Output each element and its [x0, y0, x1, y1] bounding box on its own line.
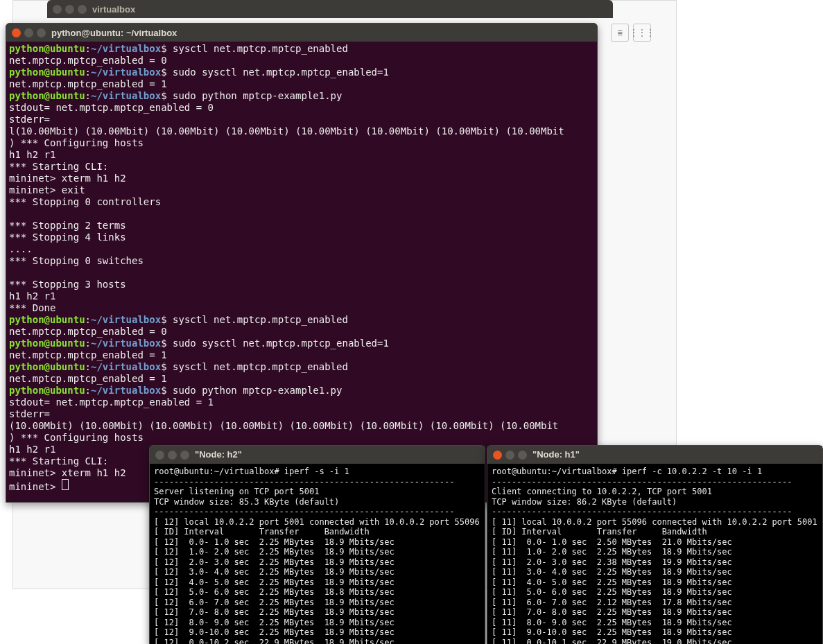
maximize-icon[interactable]: [37, 28, 46, 37]
close-icon[interactable]: [53, 5, 62, 14]
minimize-icon[interactable]: [65, 5, 74, 14]
maximize-icon[interactable]: [518, 451, 527, 460]
main-terminal-window[interactable]: python@ubuntu: ~/virtualbox python@ubunt…: [6, 23, 598, 503]
main-terminal-title: python@ubuntu: ~/virtualbox: [51, 28, 177, 38]
maximize-icon[interactable]: [180, 451, 189, 460]
close-icon[interactable]: [12, 28, 21, 37]
xterm-h2-title: "Node: h2": [195, 450, 242, 460]
xterm-h1-window[interactable]: "Node: h1" root@ubuntu:~/virtualbox# ipe…: [487, 445, 823, 644]
minimize-icon[interactable]: [168, 451, 177, 460]
maximize-icon[interactable]: [78, 5, 87, 14]
list-icon: ≣: [617, 28, 622, 37]
background-window-title: virtualbox: [92, 4, 135, 15]
window-controls[interactable]: [155, 451, 189, 460]
close-icon[interactable]: [155, 451, 164, 460]
window-controls[interactable]: [53, 5, 87, 14]
view-mode-buttons: ≣ ⋮⋮⋮: [610, 24, 652, 41]
xterm-h1-titlebar[interactable]: "Node: h1": [487, 446, 822, 464]
minimize-icon[interactable]: [24, 28, 33, 37]
close-icon[interactable]: [493, 451, 502, 460]
minimize-icon[interactable]: [505, 451, 514, 460]
grid-icon: ⋮⋮⋮: [630, 28, 655, 37]
grid-view-button[interactable]: ⋮⋮⋮: [633, 24, 651, 42]
main-terminal-body[interactable]: python@ubuntu:~/virtualbox$ sysctl net.m…: [6, 42, 597, 496]
xterm-h2-body[interactable]: root@ubuntu:~/virtualbox# iperf -s -i 1 …: [150, 464, 485, 644]
background-window-titlebar[interactable]: virtualbox: [47, 0, 613, 18]
xterm-h2-window[interactable]: "Node: h2" root@ubuntu:~/virtualbox# ipe…: [149, 445, 485, 644]
xterm-h1-title: "Node: h1": [532, 450, 580, 460]
window-controls[interactable]: [493, 451, 527, 460]
main-terminal-titlebar[interactable]: python@ubuntu: ~/virtualbox: [6, 24, 597, 42]
xterm-h2-titlebar[interactable]: "Node: h2": [150, 446, 485, 464]
window-controls[interactable]: [12, 28, 46, 37]
xterm-h1-body[interactable]: root@ubuntu:~/virtualbox# iperf -c 10.0.…: [487, 464, 822, 644]
list-view-button[interactable]: ≣: [611, 24, 629, 42]
